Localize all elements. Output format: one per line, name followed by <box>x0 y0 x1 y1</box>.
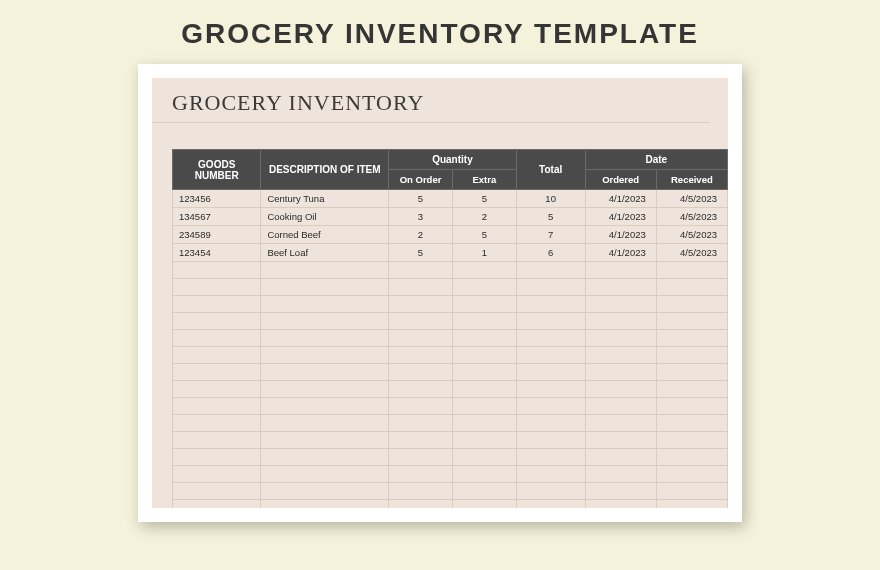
cell-ordered: 4/1/2023 <box>585 208 656 226</box>
cell-total: 10 <box>516 190 585 208</box>
page-title: GROCERY INVENTORY TEMPLATE <box>0 0 880 64</box>
cell-desc: Cooking Oil <box>261 208 389 226</box>
header-date: Date <box>585 150 727 170</box>
header-on-order: On Order <box>389 170 453 190</box>
table-row-empty <box>173 415 728 432</box>
header-goods-number: GOODS NUMBER <box>173 150 261 190</box>
cell-on-order: 2 <box>389 226 453 244</box>
table-row: 123456Century Tuna55104/1/20234/5/2023 <box>173 190 728 208</box>
header-description: DESCRIPTION OF ITEM <box>261 150 389 190</box>
table-row-empty <box>173 500 728 509</box>
table-row-empty <box>173 347 728 364</box>
table-row-empty <box>173 381 728 398</box>
cell-extra: 2 <box>452 208 516 226</box>
header-extra: Extra <box>452 170 516 190</box>
table-header: GOODS NUMBER DESCRIPTION OF ITEM Quantit… <box>173 150 728 190</box>
table-row-empty <box>173 449 728 466</box>
cell-extra: 5 <box>452 226 516 244</box>
cell-total: 6 <box>516 244 585 262</box>
cell-on-order: 3 <box>389 208 453 226</box>
cell-received: 4/5/2023 <box>656 226 727 244</box>
cell-goods: 134567 <box>173 208 261 226</box>
table-row-empty <box>173 279 728 296</box>
cell-goods: 123454 <box>173 244 261 262</box>
cell-extra: 5 <box>452 190 516 208</box>
header-received: Received <box>656 170 727 190</box>
cell-desc: Beef Loaf <box>261 244 389 262</box>
table-row-empty <box>173 466 728 483</box>
cell-goods: 123456 <box>173 190 261 208</box>
table-row: 123454Beef Loaf5164/1/20234/5/2023 <box>173 244 728 262</box>
inventory-table: GOODS NUMBER DESCRIPTION OF ITEM Quantit… <box>172 149 728 508</box>
cell-extra: 1 <box>452 244 516 262</box>
cell-total: 5 <box>516 208 585 226</box>
cell-ordered: 4/1/2023 <box>585 190 656 208</box>
table-row-empty <box>173 313 728 330</box>
table-row-empty <box>173 296 728 313</box>
header-ordered: Ordered <box>585 170 656 190</box>
cell-desc: Corned Beef <box>261 226 389 244</box>
table-row-empty <box>173 398 728 415</box>
header-total: Total <box>516 150 585 190</box>
cell-on-order: 5 <box>389 244 453 262</box>
cell-desc: Century Tuna <box>261 190 389 208</box>
cell-goods: 234589 <box>173 226 261 244</box>
table-row: 234589Corned Beef2574/1/20234/5/2023 <box>173 226 728 244</box>
document-card: GROCERY INVENTORY GOODS NUMBER DESCRIPTI… <box>138 64 742 522</box>
document-heading: GROCERY INVENTORY <box>152 88 710 123</box>
cell-on-order: 5 <box>389 190 453 208</box>
table-row-empty <box>173 364 728 381</box>
table-row-empty <box>173 262 728 279</box>
table-row-empty <box>173 432 728 449</box>
document-inner: GROCERY INVENTORY GOODS NUMBER DESCRIPTI… <box>152 78 728 508</box>
cell-received: 4/5/2023 <box>656 190 727 208</box>
table-row-empty <box>173 330 728 347</box>
header-quantity: Quantity <box>389 150 517 170</box>
cell-received: 4/5/2023 <box>656 208 727 226</box>
table-row-empty <box>173 483 728 500</box>
table-body: 123456Century Tuna55104/1/20234/5/202313… <box>173 190 728 509</box>
cell-ordered: 4/1/2023 <box>585 244 656 262</box>
cell-total: 7 <box>516 226 585 244</box>
table-row: 134567Cooking Oil3254/1/20234/5/2023 <box>173 208 728 226</box>
cell-received: 4/5/2023 <box>656 244 727 262</box>
cell-ordered: 4/1/2023 <box>585 226 656 244</box>
